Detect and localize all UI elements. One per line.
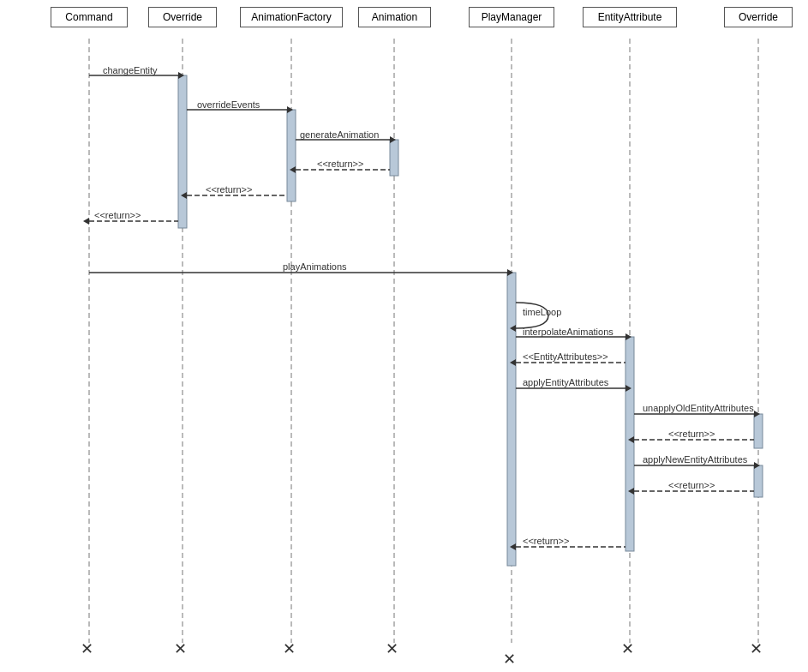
svg-text:✕: ✕ xyxy=(386,640,398,657)
svg-text:✕: ✕ xyxy=(750,640,763,657)
svg-marker-23 xyxy=(181,192,187,199)
svg-rect-13 xyxy=(754,465,763,497)
svg-marker-15 xyxy=(178,72,184,79)
svg-rect-9 xyxy=(390,140,398,176)
svg-rect-11 xyxy=(625,337,634,551)
lifeline-animation: Animation xyxy=(358,7,431,27)
svg-rect-7 xyxy=(178,75,187,228)
svg-text:✕: ✕ xyxy=(174,640,187,657)
lifeline-playmanager: PlayManager xyxy=(469,7,554,27)
msg-override-events: overrideEvents xyxy=(197,99,260,110)
svg-marker-30 xyxy=(625,333,631,340)
msg-return-1: <<return>> xyxy=(317,159,363,169)
lifeline-animfactory: AnimationFactory xyxy=(240,7,343,27)
svg-marker-40 xyxy=(754,462,760,469)
svg-marker-44 xyxy=(510,543,516,550)
svg-marker-32 xyxy=(510,359,516,366)
svg-text:✕: ✕ xyxy=(621,640,634,657)
svg-rect-12 xyxy=(754,414,763,448)
svg-marker-19 xyxy=(390,136,396,143)
sequence-diagram: ✕ ✕ ✕ ✕ ✕ ✕ ✕ changeEntity overrideEvent… xyxy=(0,0,808,672)
msg-apply-entity: applyEntityAttributes xyxy=(523,377,608,387)
lifeline-override2: Override xyxy=(724,7,793,27)
msg-return-5: <<return>> xyxy=(668,480,715,490)
svg-marker-34 xyxy=(625,385,631,392)
msg-play-animations: playAnimations xyxy=(283,261,347,272)
lifeline-override1: Override xyxy=(148,7,217,27)
svg-marker-28 xyxy=(510,325,516,332)
svg-marker-17 xyxy=(287,106,293,113)
msg-time-loop: timeLoop xyxy=(523,307,561,317)
msg-unapply-old: unapplyOldEntityAttributes xyxy=(643,403,754,413)
svg-rect-8 xyxy=(287,110,296,201)
msg-generate-animation: generateAnimation xyxy=(300,129,379,140)
svg-text:✕: ✕ xyxy=(283,640,296,657)
msg-return-6: <<return>> xyxy=(523,536,569,546)
lifeline-command: Command xyxy=(51,7,128,27)
msg-interpolate: interpolateAnimations xyxy=(523,327,613,337)
svg-marker-27 xyxy=(507,269,513,276)
msg-return-3: <<return>> xyxy=(94,210,141,220)
svg-marker-21 xyxy=(290,166,296,173)
msg-return-2: <<return>> xyxy=(206,184,252,195)
svg-marker-36 xyxy=(754,411,760,417)
msg-change-entity: changeEntity xyxy=(103,65,158,75)
msg-return-4: <<return>> xyxy=(668,429,715,439)
arrows-svg: ✕ ✕ ✕ ✕ ✕ ✕ ✕ xyxy=(0,0,808,672)
lifeline-entityattr: EntityAttribute xyxy=(583,7,677,27)
msg-apply-new: applyNewEntityAttributes xyxy=(643,454,747,465)
svg-text:✕: ✕ xyxy=(81,640,93,657)
msg-entity-attrs: <<EntityAttributes>> xyxy=(523,351,608,362)
svg-text:✕: ✕ xyxy=(503,651,516,668)
svg-marker-25 xyxy=(83,218,89,225)
svg-marker-38 xyxy=(628,436,634,443)
svg-marker-42 xyxy=(628,488,634,495)
svg-rect-10 xyxy=(507,273,516,566)
